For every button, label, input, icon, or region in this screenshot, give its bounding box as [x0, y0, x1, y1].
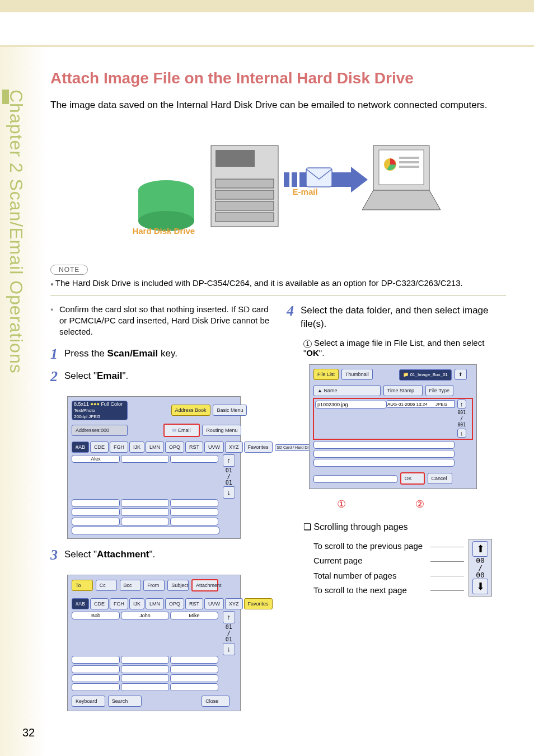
intro-text: The image data saved on the Internal Har… — [50, 98, 506, 112]
contact-john[interactable]: John — [121, 612, 169, 619]
cancel-button[interactable]: Cancel — [428, 473, 452, 484]
svg-rect-4 — [216, 150, 255, 167]
s2-cur: 01 — [226, 467, 232, 473]
contact-mike[interactable]: Mike — [170, 612, 218, 619]
s4-tot: 001 — [458, 422, 466, 428]
s2-tab-1[interactable]: CDE — [90, 442, 109, 453]
routing-menu-button[interactable]: Routing Menu — [202, 425, 241, 436]
s3-tab-6[interactable]: RST — [185, 598, 203, 609]
s3-tab-4[interactable]: LMN — [146, 598, 164, 609]
search-button[interactable]: Search — [108, 696, 142, 707]
subject-tab[interactable]: Subject — [167, 580, 189, 591]
addresses-label: Addresses:000 — [72, 425, 128, 436]
svg-rect-18 — [399, 157, 419, 159]
s2-tab-0[interactable]: #AB — [72, 442, 89, 453]
svg-marker-13 — [351, 167, 368, 192]
email-button[interactable]: ✉ Email — [163, 424, 200, 437]
prev-page-label: To scroll to the previous page — [310, 539, 426, 552]
s3-tab-3[interactable]: IJK — [129, 598, 144, 609]
box-label-text: 01_Image_Box_01 — [410, 372, 448, 377]
scroll-down-icon[interactable]: ⬇ — [472, 579, 488, 594]
email-select-screenshot: 8.5x11 ●●● Full Color Text/Photo 200dpi … — [67, 396, 241, 539]
note-block: NOTE The Hard Disk Drive is included wit… — [50, 264, 506, 288]
from-tab[interactable]: From — [143, 580, 165, 591]
total-pages-label: Total number of pages — [310, 569, 426, 582]
ok-button[interactable]: OK — [400, 472, 425, 485]
s2-tab-5[interactable]: OPQ — [165, 442, 184, 453]
svg-rect-6 — [216, 190, 274, 199]
s3-tab-7[interactable]: UVW — [204, 598, 224, 609]
address-book-button[interactable]: Address Book — [171, 405, 210, 416]
left-column: Confirm the card slot so that nothing in… — [50, 304, 270, 721]
page-number: 32 — [22, 726, 35, 739]
next-page-label: To scroll to the next page — [310, 583, 426, 597]
step2-post: ". — [122, 370, 128, 381]
s2-sep: / — [227, 473, 231, 480]
s3-scroll-up[interactable]: ↑ — [223, 611, 235, 623]
box-label: 📁 01_Image_Box_01 — [399, 369, 451, 381]
hdd-label: Hard Disk Drive — [132, 226, 195, 236]
svg-marker-21 — [362, 190, 441, 210]
email-btn-label: Email — [178, 428, 191, 433]
s2-tab-6[interactable]: RST — [185, 442, 203, 453]
cc-tab[interactable]: Cc — [96, 580, 117, 591]
file-row-ts: AUG-01-2006 13:24 — [387, 400, 435, 408]
col-timestamp[interactable]: Time Stamp — [383, 385, 423, 396]
s3-tab-8[interactable]: XYZ — [225, 598, 243, 609]
file-row-name[interactable]: p1002300.jpg — [315, 401, 387, 408]
s3-tab-1[interactable]: CDE — [90, 598, 109, 609]
s3-tab-9[interactable]: Favorites — [244, 598, 273, 609]
col-name[interactable]: ▲ Name — [313, 385, 381, 396]
contact-alex[interactable]: Alex — [72, 455, 120, 463]
s2-scroll-up[interactable]: ↑ — [223, 454, 235, 467]
up-folder-button[interactable]: ⬆ — [455, 369, 467, 380]
scroll-guide: To scroll to the previous page ⬆ 00 / 00… — [309, 538, 493, 598]
s2-tab-4[interactable]: LMN — [146, 442, 164, 453]
scroll-up-icon[interactable]: ⬆ — [472, 541, 488, 557]
svg-rect-20 — [399, 166, 419, 168]
basic-menu-button[interactable]: Basic Menu — [213, 405, 247, 416]
contact-empty2[interactable] — [170, 455, 218, 463]
contact-empty[interactable] — [121, 455, 169, 463]
s3-tab-5[interactable]: OPQ — [165, 598, 184, 609]
s2-tab-8[interactable]: XYZ — [225, 442, 243, 453]
top-bar — [0, 0, 534, 12]
s2-paper: 8.5x11 — [74, 401, 89, 407]
card-slot-note: Confirm the card slot so that nothing in… — [50, 304, 270, 338]
step3-bold: Attachment — [97, 549, 149, 560]
contact-bob[interactable]: Bob — [72, 612, 120, 619]
attachment-tab[interactable]: Attachment — [191, 579, 218, 591]
divider — [50, 295, 506, 296]
s3-cur: 01 — [226, 624, 232, 630]
s2-tab-2[interactable]: FGH — [110, 442, 128, 453]
s4-scroll-up[interactable]: ↑ — [457, 400, 466, 408]
bcc-tab[interactable]: Bcc — [120, 580, 141, 591]
s2-tab-7[interactable]: UVW — [204, 442, 224, 453]
s4-scroll-down[interactable]: ↓ — [457, 429, 466, 438]
file-list-tab[interactable]: File List — [313, 369, 339, 380]
s3-scroll-down[interactable]: ↓ — [223, 643, 235, 655]
s2-tab-9[interactable]: Favorites — [244, 442, 273, 453]
s2-tot: 01 — [226, 480, 232, 486]
circled-1-icon: 1 — [303, 340, 312, 348]
close-button[interactable]: Close — [202, 696, 229, 707]
sub1-post: ". — [319, 348, 325, 358]
s3-tab-2[interactable]: FGH — [110, 598, 128, 609]
s2-scroll-down[interactable]: ↓ — [223, 486, 235, 499]
svg-rect-19 — [399, 161, 419, 163]
svg-rect-9 — [284, 172, 289, 187]
callout-1-icon: ① — [337, 498, 346, 510]
s3-tab-0[interactable]: #AB — [72, 598, 89, 609]
scroll-heading: Scrolling through pages — [303, 522, 506, 532]
thumbnail-tab[interactable]: Thumbnail — [341, 369, 373, 380]
note-pill: NOTE — [50, 265, 88, 275]
s2-tab-3[interactable]: IJK — [129, 442, 144, 453]
sub1-bold: OK — [306, 348, 319, 358]
to-tab[interactable]: To — [72, 580, 93, 591]
step1-bold: Scan/Email — [107, 348, 158, 359]
step4-text: Select the data folder, and then select … — [301, 304, 506, 331]
keyboard-button[interactable]: Keyboard — [72, 696, 105, 707]
col-filetype[interactable]: File Type — [425, 385, 453, 396]
step2-pre: Select " — [64, 370, 97, 381]
s4-cur: 001 — [458, 410, 466, 415]
